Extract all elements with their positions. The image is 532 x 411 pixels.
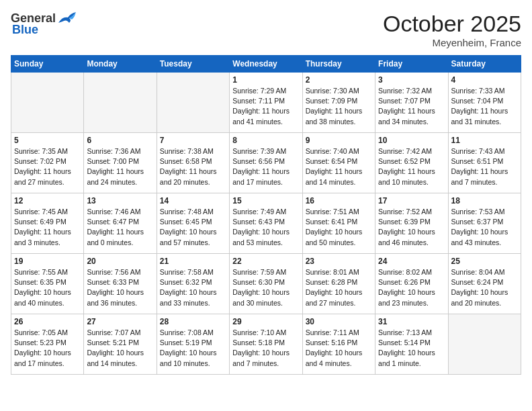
calendar-cell: 8Sunrise: 7:39 AM Sunset: 6:56 PM Daylig… — [230, 133, 302, 193]
calendar-cell — [11, 73, 84, 133]
calendar-table: SundayMondayTuesdayWednesdayThursdayFrid… — [11, 55, 521, 375]
calendar-cell: 24Sunrise: 8:02 AM Sunset: 6:26 PM Dayli… — [375, 254, 448, 314]
day-number: 15 — [232, 196, 299, 205]
day-info: Sunrise: 7:32 AM Sunset: 7:07 PM Dayligh… — [378, 86, 445, 127]
day-info: Sunrise: 7:08 AM Sunset: 5:19 PM Dayligh… — [160, 328, 226, 369]
calendar-cell: 11Sunrise: 7:43 AM Sunset: 6:51 PM Dayli… — [448, 133, 521, 193]
calendar-cell: 22Sunrise: 7:59 AM Sunset: 6:30 PM Dayli… — [230, 254, 302, 314]
day-number: 10 — [378, 136, 445, 145]
day-number: 1 — [232, 75, 299, 85]
calendar-cell: 27Sunrise: 7:07 AM Sunset: 5:21 PM Dayli… — [84, 314, 157, 375]
day-number: 6 — [87, 136, 153, 145]
day-number: 8 — [232, 136, 299, 145]
day-number: 28 — [160, 317, 226, 326]
week-row-1: 1Sunrise: 7:29 AM Sunset: 7:11 PM Daylig… — [11, 73, 521, 133]
header: General Blue October 2025 Meyenheim, Fra… — [11, 11, 521, 48]
month-title: October 2025 — [383, 11, 521, 37]
week-row-4: 19Sunrise: 7:55 AM Sunset: 6:35 PM Dayli… — [11, 254, 521, 314]
logo-bird-icon — [57, 11, 77, 26]
col-header-saturday: Saturday — [448, 56, 521, 73]
calendar-cell — [84, 73, 157, 133]
col-header-sunday: Sunday — [11, 56, 84, 73]
calendar-cell: 16Sunrise: 7:51 AM Sunset: 6:41 PM Dayli… — [302, 193, 375, 254]
day-number: 21 — [160, 257, 226, 266]
col-header-tuesday: Tuesday — [157, 56, 229, 73]
day-info: Sunrise: 8:01 AM Sunset: 6:28 PM Dayligh… — [306, 267, 372, 308]
day-number: 7 — [160, 136, 226, 145]
logo: General Blue — [11, 11, 77, 37]
day-info: Sunrise: 7:10 AM Sunset: 5:18 PM Dayligh… — [232, 328, 299, 369]
calendar-cell: 1Sunrise: 7:29 AM Sunset: 7:11 PM Daylig… — [230, 73, 302, 133]
day-info: Sunrise: 7:46 AM Sunset: 6:47 PM Dayligh… — [87, 207, 153, 248]
logo-blue-text: Blue — [12, 23, 38, 37]
day-info: Sunrise: 7:49 AM Sunset: 6:43 PM Dayligh… — [232, 207, 299, 248]
col-header-wednesday: Wednesday — [230, 56, 302, 73]
calendar-cell: 28Sunrise: 7:08 AM Sunset: 5:19 PM Dayli… — [157, 314, 229, 375]
calendar-cell: 6Sunrise: 7:36 AM Sunset: 7:00 PM Daylig… — [84, 133, 157, 193]
location: Meyenheim, France — [383, 37, 521, 48]
week-row-2: 5Sunrise: 7:35 AM Sunset: 7:02 PM Daylig… — [11, 133, 521, 193]
day-number: 3 — [378, 75, 445, 85]
day-info: Sunrise: 8:02 AM Sunset: 6:26 PM Dayligh… — [378, 267, 445, 308]
calendar-cell: 29Sunrise: 7:10 AM Sunset: 5:18 PM Dayli… — [230, 314, 302, 375]
calendar-cell: 21Sunrise: 7:58 AM Sunset: 6:32 PM Dayli… — [157, 254, 229, 314]
day-number: 29 — [232, 317, 299, 326]
day-info: Sunrise: 7:51 AM Sunset: 6:41 PM Dayligh… — [306, 207, 372, 248]
day-info: Sunrise: 7:33 AM Sunset: 7:04 PM Dayligh… — [451, 86, 518, 127]
day-info: Sunrise: 7:05 AM Sunset: 5:23 PM Dayligh… — [14, 328, 81, 369]
calendar-cell: 9Sunrise: 7:40 AM Sunset: 6:54 PM Daylig… — [302, 133, 375, 193]
day-info: Sunrise: 7:58 AM Sunset: 6:32 PM Dayligh… — [160, 267, 226, 308]
calendar-cell: 5Sunrise: 7:35 AM Sunset: 7:02 PM Daylig… — [11, 133, 84, 193]
day-number: 18 — [451, 196, 518, 205]
day-info: Sunrise: 7:56 AM Sunset: 6:33 PM Dayligh… — [87, 267, 153, 308]
calendar-cell: 26Sunrise: 7:05 AM Sunset: 5:23 PM Dayli… — [11, 314, 84, 375]
day-number: 11 — [451, 136, 518, 145]
calendar-cell: 17Sunrise: 7:52 AM Sunset: 6:39 PM Dayli… — [375, 193, 448, 254]
day-info: Sunrise: 7:29 AM Sunset: 7:11 PM Dayligh… — [232, 86, 299, 127]
calendar-cell: 7Sunrise: 7:38 AM Sunset: 6:58 PM Daylig… — [157, 133, 229, 193]
calendar-cell: 19Sunrise: 7:55 AM Sunset: 6:35 PM Dayli… — [11, 254, 84, 314]
day-number: 25 — [451, 257, 518, 266]
header-row: SundayMondayTuesdayWednesdayThursdayFrid… — [11, 56, 521, 73]
page-container: General Blue October 2025 Meyenheim, Fra… — [0, 0, 532, 381]
day-number: 2 — [306, 75, 372, 85]
day-info: Sunrise: 7:52 AM Sunset: 6:39 PM Dayligh… — [378, 207, 445, 248]
calendar-cell: 30Sunrise: 7:11 AM Sunset: 5:16 PM Dayli… — [302, 314, 375, 375]
title-block: October 2025 Meyenheim, France — [383, 11, 521, 48]
day-number: 19 — [14, 257, 81, 266]
day-number: 14 — [160, 196, 226, 205]
calendar-cell: 31Sunrise: 7:13 AM Sunset: 5:14 PM Dayli… — [375, 314, 448, 375]
week-row-5: 26Sunrise: 7:05 AM Sunset: 5:23 PM Dayli… — [11, 314, 521, 375]
calendar-cell: 3Sunrise: 7:32 AM Sunset: 7:07 PM Daylig… — [375, 73, 448, 133]
calendar-cell — [448, 314, 521, 375]
day-info: Sunrise: 7:55 AM Sunset: 6:35 PM Dayligh… — [14, 267, 81, 308]
day-number: 26 — [14, 317, 81, 326]
day-number: 16 — [306, 196, 372, 205]
day-info: Sunrise: 7:35 AM Sunset: 7:02 PM Dayligh… — [14, 146, 81, 187]
day-number: 13 — [87, 196, 153, 205]
day-info: Sunrise: 7:53 AM Sunset: 6:37 PM Dayligh… — [451, 207, 518, 248]
calendar-cell: 10Sunrise: 7:42 AM Sunset: 6:52 PM Dayli… — [375, 133, 448, 193]
day-number: 31 — [378, 317, 445, 326]
day-info: Sunrise: 7:48 AM Sunset: 6:45 PM Dayligh… — [160, 207, 226, 248]
calendar-cell: 2Sunrise: 7:30 AM Sunset: 7:09 PM Daylig… — [302, 73, 375, 133]
col-header-friday: Friday — [375, 56, 448, 73]
day-info: Sunrise: 7:59 AM Sunset: 6:30 PM Dayligh… — [232, 267, 299, 308]
day-info: Sunrise: 7:43 AM Sunset: 6:51 PM Dayligh… — [451, 146, 518, 187]
calendar-cell: 18Sunrise: 7:53 AM Sunset: 6:37 PM Dayli… — [448, 193, 521, 254]
day-info: Sunrise: 7:45 AM Sunset: 6:49 PM Dayligh… — [14, 207, 81, 248]
day-number: 30 — [306, 317, 372, 326]
day-info: Sunrise: 7:36 AM Sunset: 7:00 PM Dayligh… — [87, 146, 153, 187]
day-number: 27 — [87, 317, 153, 326]
day-info: Sunrise: 7:40 AM Sunset: 6:54 PM Dayligh… — [306, 146, 372, 187]
week-row-3: 12Sunrise: 7:45 AM Sunset: 6:49 PM Dayli… — [11, 193, 521, 254]
calendar-cell: 20Sunrise: 7:56 AM Sunset: 6:33 PM Dayli… — [84, 254, 157, 314]
calendar-cell: 4Sunrise: 7:33 AM Sunset: 7:04 PM Daylig… — [448, 73, 521, 133]
calendar-cell: 12Sunrise: 7:45 AM Sunset: 6:49 PM Dayli… — [11, 193, 84, 254]
day-info: Sunrise: 7:39 AM Sunset: 6:56 PM Dayligh… — [232, 146, 299, 187]
calendar-cell: 15Sunrise: 7:49 AM Sunset: 6:43 PM Dayli… — [230, 193, 302, 254]
day-info: Sunrise: 8:04 AM Sunset: 6:24 PM Dayligh… — [451, 267, 518, 308]
calendar-cell: 14Sunrise: 7:48 AM Sunset: 6:45 PM Dayli… — [157, 193, 229, 254]
day-number: 5 — [14, 136, 81, 145]
day-number: 12 — [14, 196, 81, 205]
